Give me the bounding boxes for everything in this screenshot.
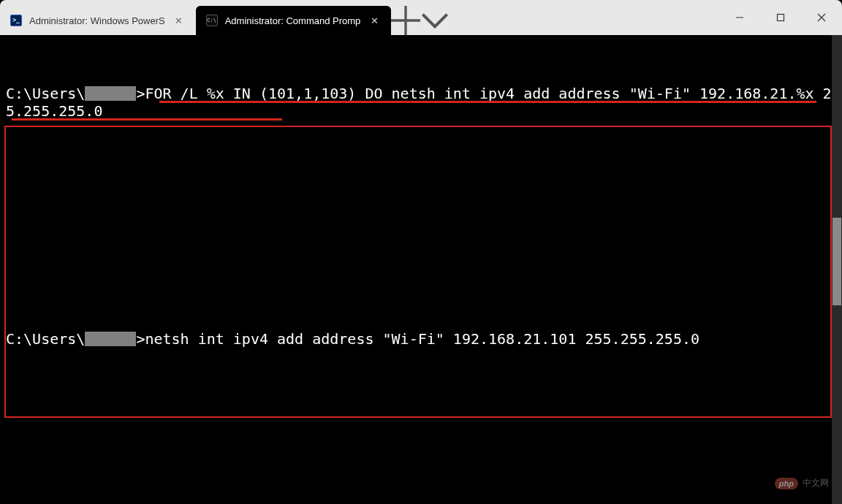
tab-dropdown-button[interactable]	[420, 6, 450, 35]
window-controls	[719, 0, 842, 35]
svg-rect-0	[736, 18, 743, 18]
close-button[interactable]	[801, 0, 842, 35]
tab-strip: Administrator: Windows PowerS ✕ Administ…	[0, 0, 450, 35]
maximize-icon	[776, 13, 785, 22]
watermark-badge: php	[775, 478, 798, 489]
cmd-icon	[206, 15, 218, 26]
annotation-underline	[12, 118, 282, 121]
watermark: php 中文网	[775, 477, 829, 489]
watermark-text: 中文网	[803, 477, 829, 489]
prompt-prefix: C:\Users\	[6, 85, 85, 102]
tab-cmd[interactable]: Administrator: Command Promp ✕	[196, 6, 392, 35]
close-icon	[817, 13, 826, 22]
tab-powershell[interactable]: Administrator: Windows PowerS ✕	[0, 6, 196, 35]
terminal-output[interactable]: C:\Users\>FOR /L %x IN (101,1,103) DO ne…	[0, 35, 842, 504]
echoed-command: netsh int ipv4 add address "Wi-Fi" 192.1…	[145, 330, 699, 348]
prompt-prefix: C:\Users\	[6, 330, 85, 348]
prompt-suffix: >	[136, 85, 145, 102]
tab-title: Administrator: Windows PowerS	[29, 15, 165, 26]
tab-title: Administrator: Command Promp	[225, 15, 361, 26]
scrollbar-thumb[interactable]	[832, 218, 841, 305]
terminal-line: C:\Users\>FOR /L %x IN (101,1,103) DO ne…	[6, 85, 842, 172]
annotation-underline	[159, 101, 816, 103]
svg-rect-1	[778, 15, 784, 21]
prompt-suffix: >	[136, 330, 145, 348]
redacted-username	[85, 86, 136, 101]
powershell-icon	[10, 15, 22, 26]
minimize-button[interactable]	[719, 0, 760, 35]
plus-icon	[391, 6, 420, 35]
redacted-username	[85, 332, 136, 346]
chevron-down-icon	[420, 6, 450, 35]
maximize-button[interactable]	[760, 0, 801, 35]
window-titlebar: Administrator: Windows PowerS ✕ Administ…	[0, 0, 842, 35]
new-tab-button[interactable]	[391, 6, 420, 35]
scrollbar-track[interactable]	[832, 35, 842, 504]
minimize-icon	[735, 13, 744, 22]
close-icon[interactable]: ✕	[368, 14, 381, 27]
terminal-line: C:\Users\>netsh int ipv4 add address "Wi…	[6, 330, 842, 348]
close-icon[interactable]: ✕	[172, 14, 186, 27]
